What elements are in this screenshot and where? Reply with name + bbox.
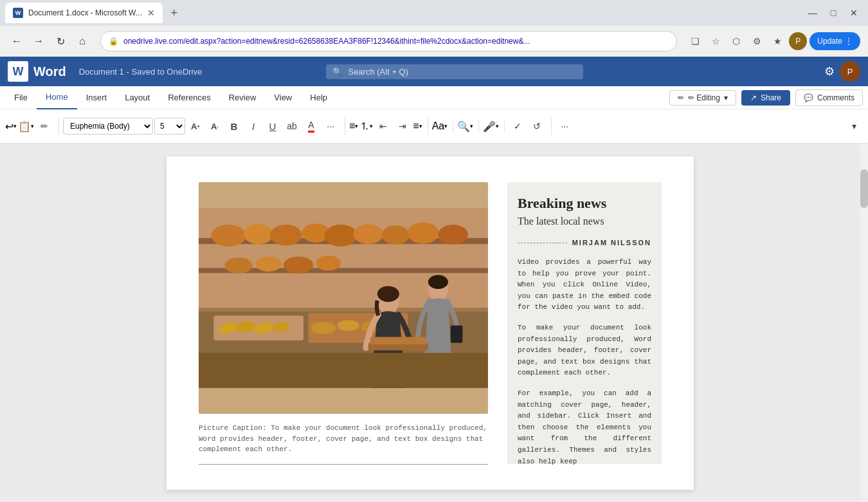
user-avatar[interactable]: P [840, 61, 860, 82]
back-button[interactable]: ← [8, 32, 26, 50]
search-box[interactable]: 🔍 Search (Alt + Q) [326, 64, 583, 79]
word-header-right: ⚙ P [824, 61, 860, 82]
update-button[interactable]: Update ⋮ [809, 32, 860, 50]
tab-close-button[interactable]: ✕ [147, 8, 155, 18]
document-page-scroll[interactable]: Picture Caption: To make your document l… [0, 144, 860, 502]
svg-rect-35 [370, 337, 426, 345]
underline-button[interactable]: U [264, 117, 282, 135]
svg-point-8 [325, 225, 357, 246]
address-bar[interactable]: 🔒 onedrive.live.com/edit.aspx?action=edi… [100, 31, 677, 51]
tab-insert[interactable]: Insert [77, 86, 116, 109]
list-group: ≡ ▾ ⒈ ▾ ⇤ ⇥ ≡ ▾ [349, 117, 428, 135]
document-area: Picture Caption: To make your document l… [0, 144, 868, 502]
align-button[interactable]: ≡ ▾ [413, 120, 422, 132]
rewrite-button[interactable]: ↺ [528, 117, 546, 135]
decrease-font-button[interactable]: A- [206, 117, 224, 135]
tab-home[interactable]: Home [37, 86, 77, 109]
svg-point-14 [255, 257, 281, 272]
styles-icon: Aa [432, 120, 445, 132]
tab-help[interactable]: Help [301, 86, 336, 109]
expand-ribbon-button[interactable]: ▾ [845, 117, 863, 135]
undo-group: ↩ ▾ 📋 ▾ ✏ [5, 117, 59, 135]
clipboard-chevron: ▾ [31, 123, 34, 129]
undo-button[interactable]: ↩ ▾ [5, 120, 17, 133]
format-painter-button[interactable]: ✏ [35, 117, 53, 135]
tab-bar: W Document 1.docx - Microsoft W... ✕ + —… [0, 0, 868, 26]
forward-button[interactable]: → [30, 32, 48, 50]
bullets-button[interactable]: ≡ ▾ [349, 120, 358, 132]
svg-point-9 [354, 224, 384, 244]
tab-layout[interactable]: Layout [116, 86, 159, 109]
svg-rect-36 [199, 353, 488, 387]
highlight-icon: ab [287, 121, 297, 131]
document-page: Picture Caption: To make your document l… [167, 156, 694, 490]
word-logo-area: W Word [8, 61, 66, 82]
font-size-select[interactable]: 5 [154, 118, 185, 135]
browser-chrome: W Document 1.docx - Microsoft W... ✕ + —… [0, 0, 868, 57]
refresh-button[interactable]: ↻ [51, 32, 69, 50]
ribbon-tab-row: File Home Insert Layout References Revie… [0, 86, 868, 109]
share-button[interactable]: ↗ Share [741, 90, 790, 106]
svg-point-15 [284, 257, 314, 274]
decrease-indent-button[interactable]: ⇤ [374, 117, 392, 135]
word-settings-icon[interactable]: ⚙ [824, 64, 835, 79]
scrollbar-thumb[interactable] [860, 169, 868, 208]
home-button[interactable]: ⌂ [73, 32, 91, 50]
tab-view[interactable]: View [265, 86, 301, 109]
font-name-select[interactable]: Euphemia (Body) [63, 118, 153, 135]
search-icon: 🔍 [332, 67, 343, 77]
tab-references[interactable]: References [159, 86, 219, 109]
find-group: 🔍 ▾ [457, 120, 479, 133]
dictate-group: 🎤 ▾ [483, 120, 505, 133]
close-window-button[interactable]: ✕ [845, 4, 863, 22]
more-formatting-button[interactable]: ··· [321, 117, 339, 135]
maximize-button[interactable]: □ [824, 4, 842, 22]
increase-indent-button[interactable]: ⇥ [393, 117, 411, 135]
more-ribbon-button[interactable]: ··· [556, 117, 574, 135]
comments-label: Comments [817, 93, 854, 102]
news-para-2: To make your document look professionall… [518, 322, 651, 379]
editor-button[interactable]: ✓ [509, 117, 527, 135]
svg-point-26 [338, 320, 359, 331]
extensions-icon[interactable]: ❏ [686, 32, 704, 50]
extensions2-icon[interactable]: ★ [768, 32, 786, 50]
align-icon: ≡ [413, 120, 419, 132]
new-tab-button[interactable]: + [165, 4, 183, 22]
profile-icon[interactable]: P [789, 32, 807, 50]
numbering-icon: ⒈ [359, 120, 370, 133]
svg-rect-33 [451, 326, 463, 343]
comments-button[interactable]: 💬 Comments [795, 89, 863, 106]
share-icon: ↗ [750, 93, 757, 102]
document-image [199, 182, 488, 414]
svg-point-6 [270, 225, 302, 246]
styles-button[interactable]: Aa ▾ [432, 120, 448, 132]
find-button[interactable]: 🔍 ▾ [457, 120, 473, 133]
svg-point-25 [311, 322, 336, 334]
italic-button[interactable]: I [244, 117, 262, 135]
browser-settings-icon[interactable]: ⚙ [748, 32, 766, 50]
clipboard-button[interactable]: 📋 ▾ [18, 120, 34, 133]
caption-area: Picture Caption: To make your document l… [199, 423, 488, 465]
editing-label: ✏ Editing [688, 93, 720, 102]
numbering-button[interactable]: ⒈ ▾ [359, 120, 373, 133]
image-caption: Picture Caption: To make your document l… [199, 423, 488, 455]
browser-action-buttons: ❏ ☆ ⬡ ⚙ ★ P Update ⋮ [686, 32, 860, 50]
divider-left [518, 243, 567, 243]
tab-file[interactable]: File [5, 86, 37, 109]
font-color-button[interactable]: A [302, 117, 320, 135]
favorites-icon[interactable]: ☆ [707, 32, 725, 50]
dictate-icon: 🎤 [483, 120, 496, 133]
svg-point-30 [377, 286, 399, 302]
layers-icon[interactable]: ⬡ [727, 32, 745, 50]
bold-button[interactable]: B [225, 117, 243, 135]
tab-review[interactable]: Review [220, 86, 266, 109]
document-title[interactable]: Document 1 - Saved to OneDrive [79, 67, 202, 77]
minimize-button[interactable]: — [804, 4, 822, 22]
news-heading: Breaking news [518, 195, 651, 212]
highlight-button[interactable]: ab [283, 117, 301, 135]
dictate-button[interactable]: 🎤 ▾ [483, 120, 499, 133]
editing-button[interactable]: ✏ ✏ Editing ▾ [669, 90, 736, 106]
increase-font-button[interactable]: A+ [186, 117, 204, 135]
user-initials: P [847, 67, 853, 77]
browser-tab[interactable]: W Document 1.docx - Microsoft W... ✕ [5, 3, 163, 23]
